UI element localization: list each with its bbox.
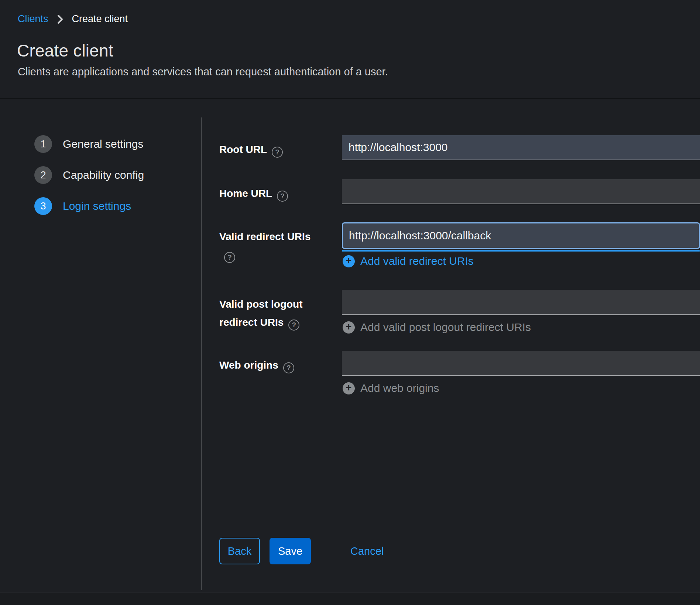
form-row-valid-post-logout-redirect-uris: Valid post logout redirect URIs? + Add v… (219, 290, 700, 334)
page-title: Create client (17, 41, 113, 61)
add-link-label: Add valid post logout redirect URIs (360, 321, 531, 334)
wizard-step-login-settings[interactable]: 3 Login settings (34, 197, 144, 215)
form-row-home-url: Home URL? (219, 179, 700, 204)
field-label: Valid redirect URIs? (219, 222, 342, 264)
help-icon[interactable]: ? (272, 147, 283, 158)
page-subtitle: Clients are applications and services th… (18, 66, 388, 78)
vertical-divider (201, 117, 202, 590)
save-button[interactable]: Save (270, 538, 311, 564)
wizard-step-general-settings[interactable]: 1 General settings (34, 135, 144, 153)
add-valid-post-logout-redirect-uris-button[interactable]: + Add valid post logout redirect URIs (343, 321, 531, 334)
plus-circle-icon: + (343, 321, 355, 334)
chevron-right-icon (57, 14, 63, 24)
web-origins-input[interactable] (342, 351, 700, 376)
wizard-step-label: Capability config (63, 169, 144, 181)
home-url-label: Home URL (219, 188, 272, 199)
plus-circle-icon: + (343, 382, 355, 394)
wizard-nav: 1 General settings 2 Capability config 3… (34, 135, 144, 228)
breadcrumb-current: Create client (72, 13, 128, 25)
home-url-input[interactable] (342, 179, 700, 204)
form-actions: Back Save Cancel (219, 538, 700, 564)
field-label: Home URL? (219, 179, 342, 202)
breadcrumb: Clients Create client (18, 13, 128, 25)
wizard-step-capability-config[interactable]: 2 Capability config (34, 166, 144, 184)
help-icon[interactable]: ? (277, 191, 288, 202)
footer-bar (0, 592, 700, 605)
step-number-badge: 3 (34, 197, 52, 215)
valid-post-logout-redirect-uris-input[interactable] (342, 290, 700, 315)
field-label: Valid post logout redirect URIs? (219, 290, 342, 331)
add-link-label: Add valid redirect URIs (360, 255, 474, 267)
form-row-valid-redirect-uris: Valid redirect URIs? + Add valid redirec… (219, 222, 700, 267)
help-icon[interactable]: ? (288, 319, 299, 331)
cancel-button[interactable]: Cancel (350, 538, 384, 564)
wizard-step-label: Login settings (63, 200, 131, 212)
breadcrumb-link-clients[interactable]: Clients (18, 13, 48, 25)
step-number-badge: 2 (34, 166, 52, 184)
web-origins-label: Web origins (219, 359, 278, 371)
wizard-step-label: General settings (63, 138, 143, 150)
back-button[interactable]: Back (219, 538, 260, 564)
root-url-input[interactable] (342, 135, 700, 160)
add-valid-redirect-uris-button[interactable]: + Add valid redirect URIs (343, 255, 474, 267)
help-icon[interactable]: ? (224, 252, 235, 263)
header-divider (0, 98, 700, 99)
form-row-web-origins: Web origins? + Add web origins (219, 351, 700, 394)
field-label: Web origins? (219, 351, 342, 374)
form-row-root-url: Root URL? (219, 135, 700, 160)
valid-redirect-uris-label: Valid redirect URIs (219, 231, 310, 242)
add-link-label: Add web origins (360, 382, 439, 394)
valid-redirect-uris-input[interactable] (342, 222, 700, 249)
plus-circle-icon: + (343, 255, 355, 267)
step-number-badge: 1 (34, 135, 52, 153)
root-url-label: Root URL (219, 144, 267, 155)
add-web-origins-button[interactable]: + Add web origins (343, 382, 439, 394)
field-label: Root URL? (219, 135, 342, 158)
help-icon[interactable]: ? (283, 362, 294, 373)
login-settings-form: Root URL? Home URL? Valid redirect URIs?… (219, 135, 700, 564)
